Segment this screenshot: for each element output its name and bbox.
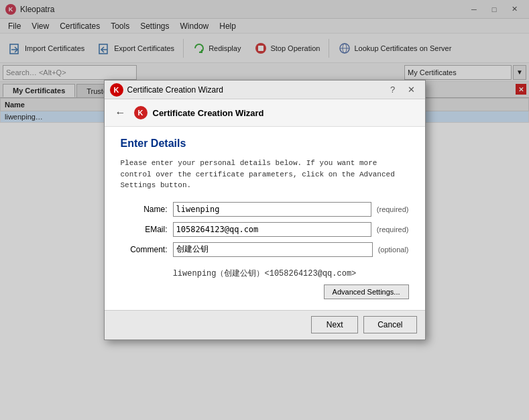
modal-title-bar: K Certificate Creation Wizard ? ✕ bbox=[105, 81, 425, 99]
modal-body: Enter Details Please enter your personal… bbox=[105, 127, 425, 310]
comment-field-row: Comment: (optional) bbox=[121, 242, 409, 257]
wizard-title-text: Certificate Creation Wizard bbox=[127, 85, 223, 95]
cancel-button[interactable]: Cancel bbox=[363, 316, 416, 333]
modal-nav: ← K Certificate Creation Wizard bbox=[105, 99, 425, 127]
name-label: Name: bbox=[121, 205, 168, 214]
name-required: (required) bbox=[377, 205, 409, 213]
wizard-close-button[interactable]: ✕ bbox=[404, 83, 420, 97]
email-label: EMail: bbox=[121, 225, 168, 234]
certificate-wizard-dialog: K Certificate Creation Wizard ? ✕ ← K Ce… bbox=[104, 80, 426, 340]
modal-title-controls: ? ✕ bbox=[385, 83, 420, 97]
comment-label: Comment: bbox=[121, 245, 168, 254]
next-button[interactable]: Next bbox=[311, 316, 358, 333]
modal-footer: Next Cancel bbox=[105, 310, 425, 339]
certificate-preview: liwenping（创建公钥）<1058264123@qq.com> bbox=[121, 268, 409, 279]
comment-input[interactable] bbox=[173, 242, 373, 257]
section-title: Enter Details bbox=[121, 138, 409, 150]
advanced-settings-button[interactable]: Advanced Settings... bbox=[324, 284, 409, 299]
modal-title-left: K Certificate Creation Wizard bbox=[110, 83, 223, 97]
wizard-title-icon: K bbox=[110, 83, 123, 97]
wizard-nav-icon: K bbox=[134, 106, 148, 119]
comment-optional: (optional) bbox=[378, 246, 409, 254]
email-input[interactable] bbox=[173, 222, 371, 237]
wizard-nav-title: Certificate Creation Wizard bbox=[153, 108, 264, 118]
name-input[interactable] bbox=[173, 202, 371, 217]
name-field-row: Name: (required) bbox=[121, 202, 409, 217]
email-required: (required) bbox=[377, 225, 409, 233]
wizard-help-button[interactable]: ? bbox=[385, 83, 401, 97]
modal-overlay: K Certificate Creation Wizard ? ✕ ← K Ce… bbox=[0, 0, 529, 420]
email-field-row: EMail: (required) bbox=[121, 222, 409, 237]
wizard-back-button[interactable]: ← bbox=[113, 105, 129, 121]
description-text: Please enter your personal details below… bbox=[121, 158, 409, 191]
